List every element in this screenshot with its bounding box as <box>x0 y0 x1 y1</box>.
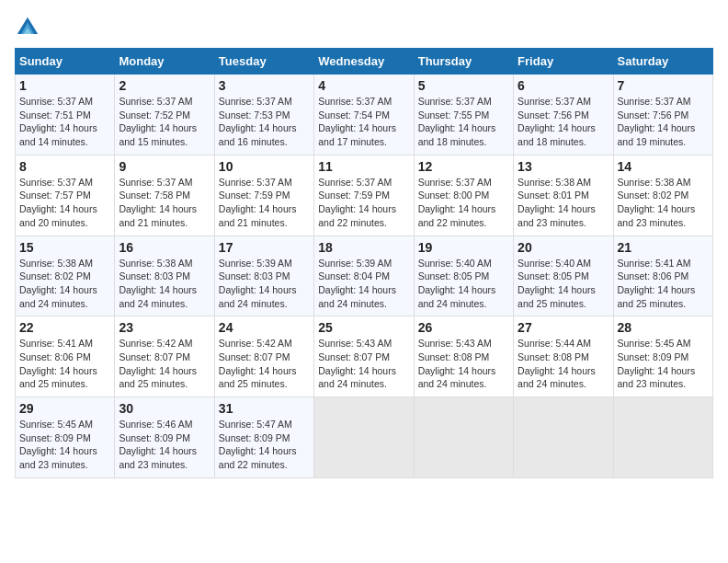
day-number: 21 <box>618 240 709 255</box>
day-number: 12 <box>418 159 509 174</box>
day-cell: 1Sunrise: 5:37 AM Sunset: 7:51 PM Daylig… <box>16 75 115 155</box>
day-number: 31 <box>219 401 310 416</box>
day-detail: Sunrise: 5:44 AM Sunset: 8:08 PM Dayligh… <box>518 337 609 391</box>
day-detail: Sunrise: 5:41 AM Sunset: 8:06 PM Dayligh… <box>19 337 110 391</box>
day-detail: Sunrise: 5:38 AM Sunset: 8:02 PM Dayligh… <box>19 257 110 311</box>
day-detail: Sunrise: 5:38 AM Sunset: 8:03 PM Dayligh… <box>119 257 210 311</box>
day-number: 16 <box>119 240 210 255</box>
week-row-3: 15Sunrise: 5:38 AM Sunset: 8:02 PM Dayli… <box>16 236 713 316</box>
day-cell: 28Sunrise: 5:45 AM Sunset: 8:09 PM Dayli… <box>613 316 712 397</box>
day-number: 25 <box>318 320 409 335</box>
day-cell: 17Sunrise: 5:39 AM Sunset: 8:03 PM Dayli… <box>214 236 313 316</box>
day-cell: 21Sunrise: 5:41 AM Sunset: 8:06 PM Dayli… <box>613 236 712 316</box>
day-cell: 20Sunrise: 5:40 AM Sunset: 8:05 PM Dayli… <box>514 236 613 316</box>
day-number: 18 <box>318 240 409 255</box>
day-cell: 3Sunrise: 5:37 AM Sunset: 7:53 PM Daylig… <box>214 75 313 155</box>
day-number: 14 <box>618 159 709 174</box>
day-detail: Sunrise: 5:37 AM Sunset: 7:57 PM Dayligh… <box>19 176 110 230</box>
day-cell: 6Sunrise: 5:37 AM Sunset: 7:56 PM Daylig… <box>514 75 613 155</box>
day-cell: 9Sunrise: 5:37 AM Sunset: 7:58 PM Daylig… <box>115 155 214 236</box>
day-detail: Sunrise: 5:38 AM Sunset: 8:01 PM Dayligh… <box>518 176 609 230</box>
header-cell-friday: Friday <box>514 49 613 75</box>
day-cell: 2Sunrise: 5:37 AM Sunset: 7:52 PM Daylig… <box>115 75 214 155</box>
day-detail: Sunrise: 5:45 AM Sunset: 8:09 PM Dayligh… <box>19 418 110 472</box>
day-cell: 26Sunrise: 5:43 AM Sunset: 8:08 PM Dayli… <box>414 316 513 397</box>
week-row-4: 22Sunrise: 5:41 AM Sunset: 8:06 PM Dayli… <box>16 316 713 397</box>
day-cell: 19Sunrise: 5:40 AM Sunset: 8:05 PM Dayli… <box>414 236 513 316</box>
day-number: 9 <box>119 159 210 174</box>
day-detail: Sunrise: 5:37 AM Sunset: 8:00 PM Dayligh… <box>418 176 509 230</box>
header-cell-sunday: Sunday <box>16 49 115 75</box>
day-number: 13 <box>518 159 609 174</box>
day-cell <box>314 397 414 478</box>
day-detail: Sunrise: 5:39 AM Sunset: 8:04 PM Dayligh… <box>318 257 409 311</box>
header-row: SundayMondayTuesdayWednesdayThursdayFrid… <box>16 49 713 75</box>
header-cell-tuesday: Tuesday <box>214 49 313 75</box>
day-detail: Sunrise: 5:42 AM Sunset: 8:07 PM Dayligh… <box>219 337 310 391</box>
week-row-5: 29Sunrise: 5:45 AM Sunset: 8:09 PM Dayli… <box>16 397 713 478</box>
day-cell: 25Sunrise: 5:43 AM Sunset: 8:07 PM Dayli… <box>314 316 414 397</box>
calendar-header: SundayMondayTuesdayWednesdayThursdayFrid… <box>16 49 713 75</box>
day-number: 8 <box>19 159 110 174</box>
header-cell-saturday: Saturday <box>613 49 712 75</box>
header <box>15 15 713 40</box>
day-detail: Sunrise: 5:39 AM Sunset: 8:03 PM Dayligh… <box>219 257 310 311</box>
day-number: 2 <box>119 78 210 93</box>
day-number: 1 <box>19 78 110 93</box>
day-cell: 5Sunrise: 5:37 AM Sunset: 7:55 PM Daylig… <box>414 75 513 155</box>
day-detail: Sunrise: 5:47 AM Sunset: 8:09 PM Dayligh… <box>219 418 310 472</box>
day-detail: Sunrise: 5:42 AM Sunset: 8:07 PM Dayligh… <box>119 337 210 391</box>
day-cell: 16Sunrise: 5:38 AM Sunset: 8:03 PM Dayli… <box>115 236 214 316</box>
day-detail: Sunrise: 5:37 AM Sunset: 7:58 PM Dayligh… <box>119 176 210 230</box>
day-cell: 29Sunrise: 5:45 AM Sunset: 8:09 PM Dayli… <box>16 397 115 478</box>
day-detail: Sunrise: 5:37 AM Sunset: 7:56 PM Dayligh… <box>618 95 709 149</box>
day-number: 5 <box>418 78 509 93</box>
day-cell: 7Sunrise: 5:37 AM Sunset: 7:56 PM Daylig… <box>613 75 712 155</box>
day-detail: Sunrise: 5:37 AM Sunset: 7:52 PM Dayligh… <box>119 95 210 149</box>
day-detail: Sunrise: 5:37 AM Sunset: 7:56 PM Dayligh… <box>518 95 609 149</box>
day-number: 29 <box>19 401 110 416</box>
day-detail: Sunrise: 5:46 AM Sunset: 8:09 PM Dayligh… <box>119 418 210 472</box>
day-cell: 8Sunrise: 5:37 AM Sunset: 7:57 PM Daylig… <box>16 155 115 236</box>
day-cell: 27Sunrise: 5:44 AM Sunset: 8:08 PM Dayli… <box>514 316 613 397</box>
day-number: 6 <box>518 78 609 93</box>
day-detail: Sunrise: 5:37 AM Sunset: 7:53 PM Dayligh… <box>219 95 310 149</box>
day-detail: Sunrise: 5:43 AM Sunset: 8:07 PM Dayligh… <box>318 337 409 391</box>
day-cell: 23Sunrise: 5:42 AM Sunset: 8:07 PM Dayli… <box>115 316 214 397</box>
day-number: 11 <box>318 159 409 174</box>
calendar-table: SundayMondayTuesdayWednesdayThursdayFrid… <box>15 48 713 478</box>
day-detail: Sunrise: 5:38 AM Sunset: 8:02 PM Dayligh… <box>618 176 709 230</box>
logo <box>15 15 44 40</box>
day-detail: Sunrise: 5:40 AM Sunset: 8:05 PM Dayligh… <box>518 257 609 311</box>
day-number: 27 <box>518 320 609 335</box>
day-number: 20 <box>518 240 609 255</box>
day-detail: Sunrise: 5:37 AM Sunset: 7:55 PM Dayligh… <box>418 95 509 149</box>
day-cell <box>514 397 613 478</box>
day-number: 3 <box>219 78 310 93</box>
day-cell: 12Sunrise: 5:37 AM Sunset: 8:00 PM Dayli… <box>414 155 513 236</box>
day-number: 17 <box>219 240 310 255</box>
day-detail: Sunrise: 5:37 AM Sunset: 7:59 PM Dayligh… <box>318 176 409 230</box>
day-cell: 15Sunrise: 5:38 AM Sunset: 8:02 PM Dayli… <box>16 236 115 316</box>
day-detail: Sunrise: 5:37 AM Sunset: 7:51 PM Dayligh… <box>19 95 110 149</box>
day-detail: Sunrise: 5:37 AM Sunset: 7:54 PM Dayligh… <box>318 95 409 149</box>
day-number: 19 <box>418 240 509 255</box>
day-number: 23 <box>119 320 210 335</box>
header-cell-wednesday: Wednesday <box>314 49 414 75</box>
day-cell: 14Sunrise: 5:38 AM Sunset: 8:02 PM Dayli… <box>613 155 712 236</box>
day-cell: 22Sunrise: 5:41 AM Sunset: 8:06 PM Dayli… <box>16 316 115 397</box>
day-cell: 4Sunrise: 5:37 AM Sunset: 7:54 PM Daylig… <box>314 75 414 155</box>
week-row-1: 1Sunrise: 5:37 AM Sunset: 7:51 PM Daylig… <box>16 75 713 155</box>
day-detail: Sunrise: 5:37 AM Sunset: 7:59 PM Dayligh… <box>219 176 310 230</box>
day-number: 24 <box>219 320 310 335</box>
logo-icon <box>15 15 40 40</box>
day-detail: Sunrise: 5:43 AM Sunset: 8:08 PM Dayligh… <box>418 337 509 391</box>
day-cell: 24Sunrise: 5:42 AM Sunset: 8:07 PM Dayli… <box>214 316 313 397</box>
day-detail: Sunrise: 5:41 AM Sunset: 8:06 PM Dayligh… <box>618 257 709 311</box>
day-cell <box>414 397 513 478</box>
day-cell: 18Sunrise: 5:39 AM Sunset: 8:04 PM Dayli… <box>314 236 414 316</box>
day-cell <box>613 397 712 478</box>
day-number: 15 <box>19 240 110 255</box>
day-cell: 30Sunrise: 5:46 AM Sunset: 8:09 PM Dayli… <box>115 397 214 478</box>
header-cell-monday: Monday <box>115 49 214 75</box>
